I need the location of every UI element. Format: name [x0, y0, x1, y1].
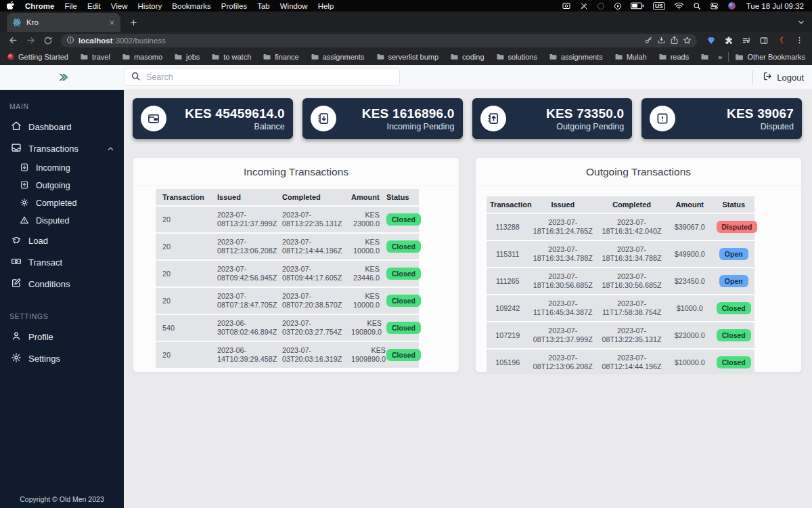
spotlight-search-icon[interactable] — [693, 2, 701, 10]
focus-pencil-icon[interactable] — [580, 2, 588, 10]
reading-list-icon[interactable] — [739, 34, 754, 47]
back-icon[interactable] — [5, 33, 20, 48]
sphere-icon[interactable] — [597, 2, 605, 10]
forward-icon[interactable] — [23, 33, 38, 48]
folder-icon — [549, 53, 558, 61]
battery-icon[interactable] — [631, 2, 644, 9]
sidebar-item-profile[interactable]: Profile — [0, 326, 124, 347]
siri-icon[interactable] — [727, 1, 736, 10]
table-row: 111265 2023-07-18T16:30:56.685Z 2023-07-… — [487, 268, 754, 294]
control-center-icon[interactable] — [710, 2, 719, 10]
bookmarks-overflow-chevron[interactable]: » — [718, 53, 722, 61]
logout-button[interactable]: Logout — [763, 71, 804, 83]
bookmark-item[interactable]: solutions — [496, 53, 537, 61]
cell-amount: KES1909890.0 — [348, 342, 383, 368]
sidebar-item-dashboard[interactable]: Dashboard — [0, 116, 124, 137]
bookmark-item[interactable]: assignments — [311, 53, 365, 61]
bookmark-item[interactable]: finance — [263, 53, 298, 61]
play-circle-icon[interactable] — [614, 2, 622, 10]
apple-menu-icon[interactable] — [7, 1, 15, 12]
column-header-completed: Completed — [279, 189, 348, 205]
cell-amount: KES10000.0 — [348, 288, 383, 314]
browser-menu-kebab-icon[interactable] — [792, 34, 807, 47]
search-input[interactable] — [146, 72, 393, 82]
other-bookmarks[interactable]: Other Bookmarks — [735, 53, 805, 62]
stat-value: KES 1616896.0 — [362, 106, 455, 121]
bookmark-item[interactable]: serverlist bump — [376, 53, 439, 61]
cell-transaction: 113288 — [487, 214, 528, 240]
cell-amount: KES10000.0 — [348, 234, 383, 259]
sidebar-item-transact[interactable]: Transact — [0, 251, 124, 273]
tab-search-chevron-icon[interactable] — [797, 17, 805, 29]
sidebar-item-incoming[interactable]: Incoming — [0, 159, 124, 177]
menu-app-name[interactable]: Chrome — [25, 2, 54, 10]
sidebar-item-disputed[interactable]: Disputed — [0, 212, 124, 230]
sidebar-collapse-icon[interactable] — [56, 72, 68, 83]
menu-item-help[interactable]: Help — [318, 2, 334, 10]
chevron-up-icon[interactable] — [106, 144, 115, 153]
table-row: 20 2023-07-08T09:42:56.945Z 2023-07-08T0… — [156, 261, 419, 287]
cell-transaction: 109242 — [487, 295, 528, 321]
bookmark-item[interactable]: Getting Started — [7, 53, 68, 61]
cell-status: Open — [713, 268, 755, 294]
sidebar-item-settings[interactable]: Settings — [0, 347, 124, 369]
password-key-icon[interactable] — [644, 36, 653, 45]
side-panel-icon[interactable] — [757, 34, 771, 47]
bookmark-item[interactable]: assignments — [549, 53, 603, 61]
bookmark-item[interactable]: travel — [80, 53, 110, 61]
menu-item-edit[interactable]: Edit — [87, 2, 101, 10]
install-app-icon[interactable] — [657, 36, 666, 45]
menu-item-view[interactable]: View — [111, 2, 128, 10]
menubar-clock[interactable]: Tue 18 Jul 09:32 — [746, 2, 804, 10]
menu-item-tab[interactable]: Tab — [257, 2, 270, 10]
sidebar: MAIN Dashboard Transactions Incoming Out… — [0, 90, 124, 508]
bookmark-item[interactable]: jobs — [174, 53, 200, 61]
tab-close-icon[interactable] — [109, 20, 115, 26]
table-row: 105196 2023-07-08T12:13:06.208Z 2023-07-… — [487, 350, 754, 373]
logout-icon — [763, 71, 773, 83]
profile-avatar[interactable] — [774, 34, 789, 47]
browser-tab[interactable]: Kro — [7, 13, 120, 32]
search-bar[interactable] — [124, 68, 400, 86]
menu-item-bookmarks[interactable]: Bookmarks — [172, 2, 211, 10]
sidebar-item-load[interactable]: Load — [0, 230, 124, 251]
bookmark-item[interactable]: masomo — [122, 53, 162, 61]
bookmark-item[interactable]: to watch — [211, 53, 251, 61]
getting-started-favicon — [7, 53, 15, 61]
table-row: 113288 2023-07-18T16:31:24.765Z 2023-07-… — [487, 214, 754, 240]
address-bar[interactable]: localhost :3002/business — [61, 34, 697, 47]
cell-status: Closed — [383, 234, 419, 259]
keyboard-layout-badge[interactable]: US — [653, 2, 665, 10]
cell-completed: 2023-07-18T16:31:34.788Z — [597, 241, 667, 267]
reload-icon[interactable] — [41, 33, 55, 48]
copyright: Copyright © Old Men 2023 — [0, 495, 124, 503]
cell-completed: 2023-07-08T12:14:44.196Z — [597, 350, 667, 373]
menu-item-file[interactable]: File — [64, 2, 77, 10]
bookmark-item[interactable]: Mulah — [614, 53, 647, 61]
box-up-icon — [20, 180, 29, 192]
folder-icon — [122, 53, 131, 61]
user-icon — [11, 331, 22, 343]
bookmark-item[interactable]: reads — [658, 53, 690, 61]
sidebar-item-transactions[interactable]: Transactions — [0, 137, 124, 159]
screen-mirroring-icon[interactable] — [562, 2, 571, 10]
bookmark-item[interactable]: server management — [700, 53, 713, 61]
menu-item-history[interactable]: History — [138, 2, 162, 10]
column-header-transaction: Transaction — [487, 196, 528, 213]
gem-extension-icon[interactable] — [704, 34, 719, 47]
bookmark-item[interactable]: coding — [450, 53, 484, 61]
share-icon[interactable] — [670, 36, 679, 45]
extensions-puzzle-icon[interactable] — [721, 34, 736, 47]
bookmark-star-icon[interactable] — [683, 36, 692, 45]
wifi-icon[interactable] — [674, 2, 684, 9]
menu-item-profiles[interactable]: Profiles — [221, 2, 247, 10]
sidebar-item-outgoing[interactable]: Outgoing — [0, 177, 124, 194]
sidebar-item-completed[interactable]: Completed — [0, 194, 124, 212]
folder-icon — [496, 53, 505, 61]
new-tab-button[interactable] — [125, 14, 142, 31]
cell-completed: 2023-07-03T20:03:27.754Z — [279, 315, 348, 341]
menu-item-window[interactable]: Window — [280, 2, 308, 10]
sidebar-item-conditions[interactable]: Conditions — [0, 273, 124, 295]
site-info-icon[interactable] — [66, 35, 74, 47]
table-row: 20 2023-06-14T10:39:29.458Z 2023-07-03T2… — [156, 342, 419, 368]
